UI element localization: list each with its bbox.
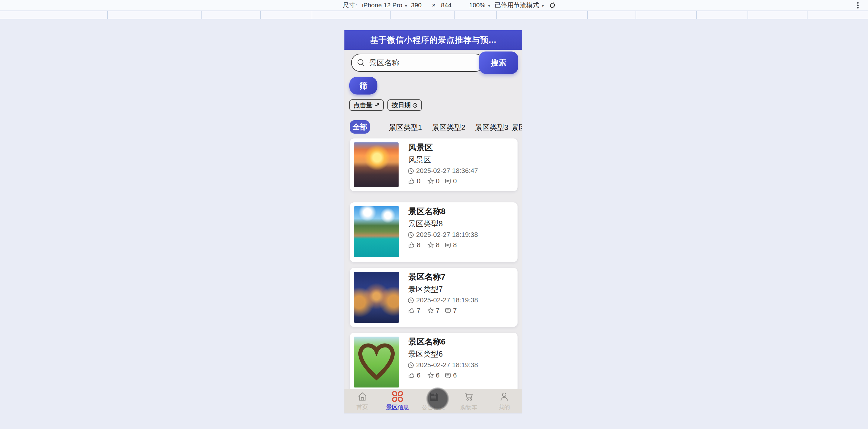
- throttling-select[interactable]: 已停用节流模式▾: [495, 0, 544, 10]
- card-thumbnail-night-canal-photo: [354, 272, 399, 323]
- likes-stat: 0: [408, 177, 421, 185]
- card-type: 景区类型6: [408, 349, 443, 359]
- likes-stat: 8: [408, 241, 421, 249]
- background-table-cell: [108, 11, 202, 19]
- card-stats: 8 8 8: [408, 241, 499, 250]
- size-label: 尺寸:: [343, 0, 357, 10]
- search-button[interactable]: 搜索: [479, 52, 518, 74]
- clock-icon: [408, 362, 414, 368]
- person-icon: [499, 391, 510, 402]
- stars-stat: 0: [427, 177, 439, 185]
- thumbs-up-icon: [408, 178, 415, 184]
- background-table-cell: [312, 11, 391, 19]
- likes-stat: 6: [408, 371, 421, 379]
- viewport-width-field[interactable]: 390: [411, 0, 422, 10]
- tabbar-item-profile[interactable]: 我的: [487, 389, 522, 413]
- background-table-cell: [202, 11, 261, 19]
- device-viewport: 基于微信小程序的景点推荐与预... 搜索 筛 点击量 按日期 全部 景区类型1 …: [344, 30, 522, 413]
- rotate-device-icon[interactable]: [549, 1, 557, 9]
- scenic-spot-card[interactable]: 景区名称8 景区类型8 2025-02-27 18:19:38 8 8 8: [350, 202, 518, 262]
- stars-stat: 7: [427, 307, 439, 314]
- filter-button[interactable]: 筛: [349, 77, 377, 94]
- comments-stat: 6: [444, 371, 457, 379]
- home-icon: [357, 391, 368, 402]
- tabbar-item-home[interactable]: 首页: [344, 389, 380, 413]
- card-time-row: 2025-02-27 18:19:38: [408, 296, 478, 304]
- search-icon: [356, 58, 366, 67]
- app-header: 基于微信小程序的景点推荐与预...: [344, 30, 522, 50]
- device-select[interactable]: iPhone 12 Pro▾: [362, 0, 407, 10]
- tabbar-item-announcements[interactable]: 公告信息: [415, 389, 451, 413]
- card-type: 景区类型8: [408, 219, 443, 229]
- viewport-height-field[interactable]: 844: [441, 0, 452, 10]
- background-table-cell: [807, 11, 868, 19]
- card-type: 风景区: [408, 155, 431, 165]
- card-thumbnail-heart-arch-photo: [354, 337, 399, 388]
- card-title: 景区名称6: [408, 336, 445, 347]
- scenic-spot-card[interactable]: 景区名称6 景区类型6 2025-02-27 18:19:38 6 6 6: [350, 333, 518, 392]
- more-options-kebab-icon[interactable]: [857, 2, 859, 9]
- card-time-row: 2025-02-27 18:19:38: [408, 361, 478, 369]
- bottom-tab-bar: 首页 景区信息 公告信息 购物车 我的: [344, 389, 522, 413]
- star-icon: [427, 372, 434, 379]
- comments-stat: 8: [444, 241, 457, 249]
- comments-stat: 7: [444, 307, 457, 314]
- card-title: 景区名称8: [408, 206, 445, 217]
- sort-by-clicks-button[interactable]: 点击量: [349, 99, 384, 111]
- background-table-cell: [636, 11, 697, 19]
- trending-chart-icon: [374, 103, 379, 108]
- comment-note-icon: [444, 372, 451, 379]
- tabbar-item-scenic-info[interactable]: 景区信息: [380, 389, 415, 413]
- card-time-row: 2025-02-27 18:19:38: [408, 231, 478, 239]
- category-tabs: 全部 景区类型1 景区类型2 景区类型3 景区类型4: [344, 120, 522, 134]
- card-stats: 0 0 0: [408, 177, 499, 186]
- star-icon: [427, 242, 434, 249]
- chevron-down-icon: ▾: [488, 3, 490, 8]
- card-title: 风景区: [408, 142, 433, 153]
- card-stats: 7 7 7: [408, 307, 499, 315]
- clock-icon: [408, 297, 414, 304]
- sort-by-date-button[interactable]: 按日期: [388, 99, 422, 111]
- scenic-spot-card[interactable]: 景区名称7 景区类型7 2025-02-27 18:19:38 7 7 7: [350, 268, 518, 327]
- tab-type-1[interactable]: 景区类型1: [389, 123, 422, 133]
- comment-note-icon: [444, 307, 451, 314]
- chevron-down-icon: ▾: [542, 3, 544, 8]
- scenic-spot-card[interactable]: 风景区 风景区 2025-02-27 18:36:47 0 0 0: [350, 139, 518, 191]
- sort-row: 点击量 按日期: [349, 99, 422, 111]
- tab-all[interactable]: 全部: [350, 120, 370, 134]
- clock-icon: [408, 168, 414, 174]
- search-input[interactable]: [351, 54, 484, 72]
- background-table-cell: [391, 11, 455, 19]
- tab-type-4[interactable]: 景区类型4: [512, 123, 522, 133]
- background-table-cell: [697, 11, 748, 19]
- tab-type-3[interactable]: 景区类型3: [475, 123, 508, 133]
- background-table-cell: [588, 11, 636, 19]
- devtools-device-toolbar: 尺寸: iPhone 12 Pro▾ 390 × 844 100%▾ 已停用节流…: [0, 0, 868, 10]
- card-time-row: 2025-02-27 18:36:47: [408, 167, 478, 175]
- tabbar-item-cart[interactable]: 购物车: [451, 389, 486, 413]
- comment-note-icon: [444, 178, 451, 184]
- thumbs-up-icon: [408, 372, 415, 379]
- likes-stat: 7: [408, 307, 421, 314]
- star-icon: [427, 178, 434, 184]
- comments-stat: 0: [444, 177, 457, 185]
- thumbs-up-icon: [408, 242, 415, 249]
- star-icon: [427, 307, 434, 314]
- chevron-down-icon: ▾: [405, 3, 407, 8]
- thumbs-up-icon: [408, 307, 415, 314]
- zoom-select[interactable]: 100%▾: [469, 0, 490, 10]
- background-table-cell: [455, 11, 497, 19]
- clock-icon: [408, 232, 414, 238]
- comment-note-icon: [444, 242, 451, 249]
- card-thumbnail-sunset-river-photo: [354, 142, 399, 187]
- stars-stat: 8: [427, 241, 439, 249]
- cart-icon: [463, 391, 474, 402]
- background-table-row: [0, 10, 868, 19]
- background-table-cell: [0, 11, 108, 19]
- browser-window: { "devtools": { "size_label": "尺寸:", "de…: [0, 0, 868, 429]
- page-title: 基于微信小程序的景点推荐与预...: [370, 34, 497, 46]
- dimension-times-label: ×: [432, 0, 435, 10]
- clover-apps-icon: [392, 391, 403, 402]
- newspaper-icon: [428, 391, 439, 402]
- tab-type-2[interactable]: 景区类型2: [432, 123, 465, 133]
